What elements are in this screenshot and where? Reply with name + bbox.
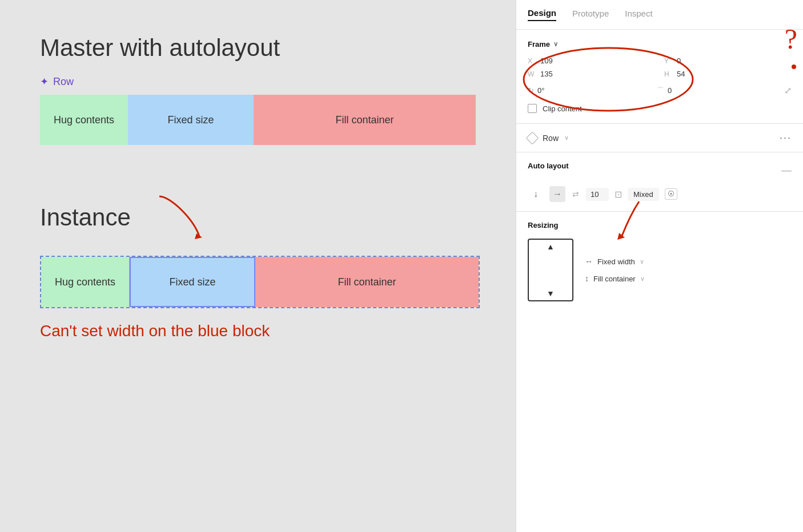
resize-box: ▲ ▼ — [528, 239, 573, 301]
tab-inspect[interactable]: Inspect — [625, 9, 652, 21]
al-mixed-label: Mixed — [628, 188, 659, 201]
instance-title: Instance — [40, 204, 131, 231]
field-h[interactable]: H 54 — [664, 70, 792, 78]
fixed-width-chevron: ∨ — [640, 258, 644, 265]
resize-box-top-arrow: ▲ — [547, 242, 555, 251]
al-right-btn[interactable]: → — [549, 186, 565, 202]
clip-label: Clip content — [543, 104, 582, 113]
frame-chevron: ∨ — [553, 41, 558, 48]
resize-options: ↔ Fixed width ∨ ↕ Fill container ∨ — [585, 239, 645, 301]
component-name: Row — [543, 134, 559, 143]
arrow-svg — [148, 191, 216, 242]
frame-row3: ↻ 0° ⌒ 0 ⤢ — [528, 85, 792, 96]
instance-section: Instance Hug contents Fixed size Fill co… — [40, 191, 476, 340]
field-w[interactable]: W 135 — [528, 70, 655, 78]
more-icon[interactable]: ··· — [780, 132, 792, 144]
autolayout-minus[interactable]: — — [781, 165, 792, 175]
al-spacing-icon: ⇄ — [572, 190, 579, 199]
fill-container-label: Fill container — [593, 275, 636, 283]
svg-marker-2 — [617, 233, 625, 240]
fill-container-chevron: ∨ — [640, 275, 645, 283]
rotation-label: ↻ — [528, 86, 534, 95]
error-text: Can't set width on the blue block — [40, 322, 476, 340]
instance-header: Instance — [40, 191, 476, 244]
frame-header: Frame ∨ — [528, 40, 792, 49]
autolayout-section: Auto layout — ↓ → ⇄ 10 ⊡ Mixed ⦿ — [516, 152, 803, 212]
instance-block-fixed: Fixed size — [130, 257, 255, 307]
frame-section: Frame ∨ ? X 109 Y 0 — [516, 30, 803, 124]
frame-values: ? X 109 Y 0 W 135 H 54 — [528, 57, 792, 96]
component-left: Row ∨ — [528, 134, 569, 143]
tab-prototype[interactable]: Prototype — [572, 9, 609, 21]
arrow-annotation — [148, 191, 216, 244]
resize-option-height[interactable]: ↕ Fill container ∨ — [585, 274, 645, 283]
resize-box-bottom-arrow: ▼ — [547, 289, 555, 298]
autolayout-controls: ↓ → ⇄ 10 ⊡ Mixed ⦿ — [528, 186, 792, 202]
al-padding-icon: ⊡ — [615, 189, 622, 200]
al-down-btn[interactable]: ↓ — [528, 186, 544, 202]
canvas: Master with autolayout ✦ Row Hug content… — [0, 0, 516, 532]
al-align-icon[interactable]: ⦿ — [665, 188, 677, 200]
component-diamond-icon — [526, 131, 539, 144]
right-panel: Design Prototype Inspect Frame ∨ ? X 109 — [516, 0, 803, 532]
red-dot — [792, 65, 796, 69]
master-block-fixed: Fixed size — [128, 95, 254, 145]
resize-icon: ⤢ — [784, 85, 792, 96]
corner-icon: ⌒ — [657, 86, 664, 96]
fill-container-icon: ↕ — [585, 274, 589, 283]
instance-block-fill: Fill container — [255, 257, 479, 307]
master-row: Hug contents Fixed size Fill container — [40, 95, 476, 145]
field-x[interactable]: X 109 — [528, 57, 655, 65]
clip-content[interactable]: Clip content — [528, 104, 792, 113]
instance-frame: Hug contents Fixed size Fill container — [40, 256, 480, 308]
master-block-hug: Hug contents — [40, 95, 128, 145]
component-row[interactable]: Row ∨ ··· — [516, 124, 803, 152]
component-chevron: ∨ — [564, 134, 569, 142]
instance-block-hug: Hug contents — [41, 257, 130, 307]
autolayout-header: Auto layout — [528, 162, 569, 170]
corner-field[interactable]: ⌒ 0 — [657, 86, 672, 96]
corner-value: 0 — [668, 86, 672, 95]
resize-option-width[interactable]: ↔ Fixed width ∨ — [585, 257, 645, 266]
resizing-section: Resizing ▲ ▼ ↔ Fixed width ∨ — [516, 212, 803, 532]
rotation-field[interactable]: ↻ 0° — [528, 86, 544, 95]
field-y[interactable]: Y 0 — [664, 57, 792, 65]
resizing-body: ▲ ▼ ↔ Fixed width ∨ ↕ Fill container — [528, 239, 792, 301]
frame-grid: X 109 Y 0 W 135 H 54 — [528, 57, 792, 78]
master-block-fill: Fill container — [254, 95, 476, 145]
resizing-header: Resizing — [528, 221, 792, 229]
autolayout-icon: ✦ — [40, 75, 49, 88]
master-title: Master with autolayout — [40, 34, 476, 62]
fixed-width-icon: ↔ — [585, 257, 593, 266]
panel-tabs: Design Prototype Inspect — [516, 0, 803, 30]
rotation-value: 0° — [537, 86, 544, 95]
row-label: ✦ Row — [40, 75, 476, 88]
al-gap-value[interactable]: 10 — [586, 188, 609, 201]
fixed-width-label: Fixed width — [597, 257, 635, 266]
tab-design[interactable]: Design — [528, 8, 556, 21]
clip-checkbox[interactable] — [528, 104, 537, 113]
